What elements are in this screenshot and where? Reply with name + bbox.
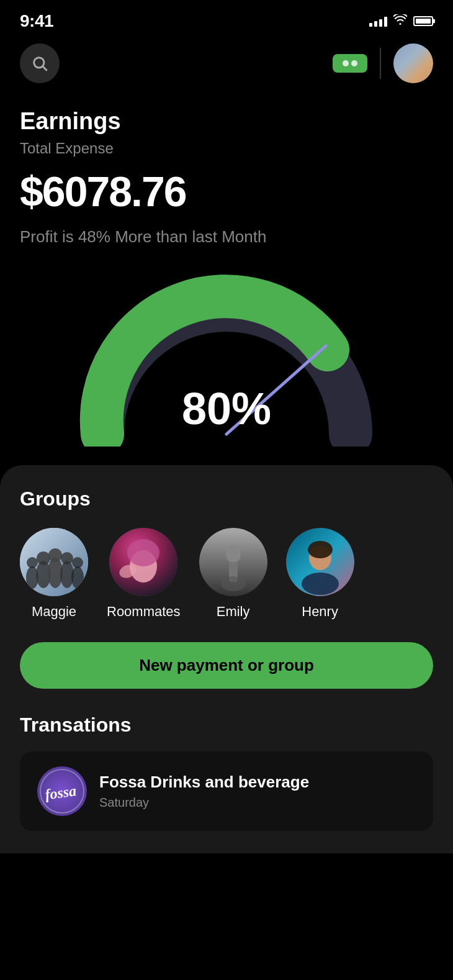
group-item-emily[interactable]: Emily xyxy=(199,528,267,620)
group-label-emily: Emily xyxy=(217,604,250,620)
svg-point-5 xyxy=(27,557,38,568)
transactions-title: Transations xyxy=(20,714,433,737)
status-icons xyxy=(369,14,433,29)
new-payment-label: New payment or group xyxy=(139,656,314,674)
battery-icon xyxy=(413,16,433,26)
earnings-section: Earnings Total Expense $6078.76 Profit i… xyxy=(0,96,453,254)
profit-text: Profit is 48% More than last Month xyxy=(20,225,268,248)
svg-point-7 xyxy=(37,551,50,565)
gauge-wrapper: 80% xyxy=(71,273,382,447)
card-dots xyxy=(343,60,357,66)
svg-point-25 xyxy=(302,573,339,595)
divider xyxy=(380,48,381,79)
groups-row: Maggie xyxy=(20,528,433,620)
status-time: 9:41 xyxy=(20,11,53,31)
earnings-amount: $6078.76 xyxy=(20,167,433,216)
group-item-maggie[interactable]: Maggie xyxy=(20,528,88,620)
svg-point-11 xyxy=(61,552,73,565)
search-icon xyxy=(31,55,48,72)
group-item-roommates[interactable]: Roommates xyxy=(107,528,181,620)
svg-point-16 xyxy=(127,539,159,566)
transaction-name: Fossa Drinks and beverage xyxy=(99,773,416,792)
total-expense-label: Total Expense xyxy=(20,140,433,157)
svg-line-1 xyxy=(43,66,47,70)
transaction-logo-fossa: fossa xyxy=(37,766,87,816)
avatar[interactable] xyxy=(393,43,433,83)
card-indicator[interactable] xyxy=(333,54,367,73)
svg-text:fossa: fossa xyxy=(44,783,78,802)
gauge-chart: 80% xyxy=(0,254,453,459)
status-bar: 9:41 xyxy=(0,0,453,37)
group-avatar-emily xyxy=(199,528,267,596)
search-button[interactable] xyxy=(20,43,60,83)
signal-icon xyxy=(369,16,387,27)
svg-point-19 xyxy=(226,545,241,563)
transaction-date: Saturday xyxy=(99,796,416,810)
group-avatar-roommates xyxy=(109,528,177,596)
bottom-panel: Groups xyxy=(0,465,453,853)
group-label-henry: Henry xyxy=(302,604,338,620)
group-label-maggie: Maggie xyxy=(32,604,76,620)
group-avatar-maggie xyxy=(20,528,88,596)
gauge-percent: 80% xyxy=(182,383,271,434)
group-avatar-henry xyxy=(286,528,354,596)
transaction-info: Fossa Drinks and beverage Saturday xyxy=(99,773,416,810)
group-label-roommates: Roommates xyxy=(107,604,181,620)
transaction-card[interactable]: fossa Fossa Drinks and beverage Saturday xyxy=(20,751,433,831)
earnings-title: Earnings xyxy=(20,108,433,135)
top-bar xyxy=(0,37,453,96)
svg-point-21 xyxy=(221,576,246,591)
svg-point-12 xyxy=(71,566,84,589)
wifi-icon xyxy=(393,14,407,29)
svg-point-0 xyxy=(34,58,44,68)
svg-point-13 xyxy=(72,557,83,568)
new-payment-button[interactable]: New payment or group xyxy=(20,642,433,689)
groups-title: Groups xyxy=(20,488,433,510)
top-bar-right xyxy=(333,43,433,83)
group-item-henry[interactable]: Henry xyxy=(286,528,354,620)
svg-point-9 xyxy=(48,548,62,562)
svg-point-24 xyxy=(308,541,333,558)
